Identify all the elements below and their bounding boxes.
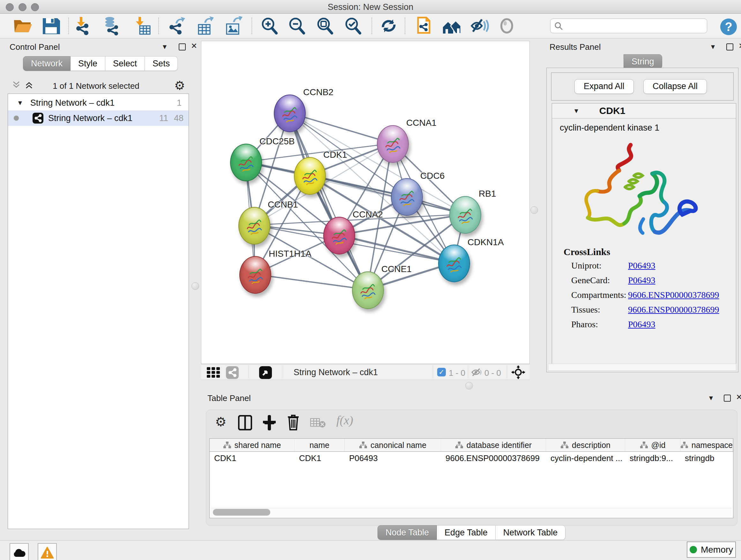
zoom-out-icon[interactable] — [286, 16, 307, 36]
gene-section-header[interactable]: ▼ CDK1 — [552, 104, 736, 118]
tab-node-table[interactable]: Node Table — [378, 525, 437, 540]
column-header-shared-name[interactable]: shared name — [210, 439, 294, 451]
crosslink-value-link[interactable]: P06493 — [628, 260, 656, 271]
horizontal-splitter-handle[interactable] — [465, 382, 473, 389]
network-node-CDC25B[interactable] — [230, 144, 262, 181]
tab-select[interactable]: Select — [105, 56, 145, 71]
table-cell[interactable]: stringdb:9... — [625, 452, 680, 464]
network-view-icon[interactable] — [226, 366, 239, 379]
network-node-CCNB2[interactable] — [274, 95, 306, 132]
string-import-icon[interactable] — [414, 16, 434, 36]
network-node-HIST1H1A[interactable] — [239, 256, 271, 294]
table-horizontal-scrollbar[interactable] — [211, 508, 732, 516]
table-panel-close-icon[interactable]: ✕ — [736, 393, 741, 401]
crosslink-value-link[interactable]: 9606.ENSP00000378699 — [628, 290, 719, 300]
zoom-selected-icon[interactable] — [343, 16, 363, 36]
network-node-CCNE1[interactable] — [352, 271, 384, 309]
refresh-icon[interactable] — [379, 16, 399, 36]
import-table-icon[interactable] — [131, 16, 152, 36]
table-cell[interactable]: stringdb — [680, 452, 733, 464]
control-panel-collapse-icon[interactable]: ▾ — [163, 42, 166, 51]
network-node-CCNA1[interactable] — [377, 125, 409, 163]
network-node-CCNA2[interactable] — [323, 217, 355, 254]
right-splitter-handle[interactable] — [530, 206, 538, 214]
tab-string[interactable]: String — [623, 54, 662, 69]
node-label-CCNB1: CCNB1 — [268, 199, 298, 210]
create-column-icon[interactable] — [262, 415, 276, 430]
left-splitter-handle[interactable] — [192, 282, 199, 290]
network-node-CDKN1A[interactable] — [438, 245, 470, 282]
table-cell[interactable]: P06493 — [345, 452, 441, 464]
results-scrollbar[interactable] — [548, 364, 736, 371]
collapse-all-button[interactable]: Collapse All — [643, 79, 707, 94]
open-session-icon[interactable] — [13, 16, 33, 36]
export-table-icon[interactable] — [195, 16, 216, 36]
results-panel-float-icon[interactable] — [726, 44, 733, 51]
export-image-icon[interactable] — [223, 16, 244, 36]
tab-style[interactable]: Style — [71, 56, 105, 71]
export-network-icon[interactable] — [166, 16, 186, 36]
memory-button[interactable]: Memory — [687, 542, 736, 558]
tab-network[interactable]: Network — [23, 56, 71, 71]
zoom-in-icon[interactable] — [259, 16, 280, 36]
results-panel-close-icon[interactable]: ✕ — [738, 42, 741, 51]
delete-column-icon[interactable] — [286, 415, 300, 430]
network-edges — [201, 41, 530, 364]
results-panel-collapse-icon[interactable]: ▾ — [711, 42, 715, 51]
tab-network-table[interactable]: Network Table — [495, 525, 566, 540]
string-home-icon[interactable] — [442, 16, 462, 36]
import-network-file-icon[interactable] — [72, 16, 92, 36]
column-header-namespace[interactable]: namespace — [680, 439, 733, 451]
table-cell[interactable]: cyclin-dependent ... — [546, 452, 625, 464]
birds-eye-view-icon[interactable] — [259, 366, 272, 379]
fit-content-crosshair-icon[interactable] — [511, 365, 525, 379]
table-panel-float-icon[interactable] — [724, 395, 731, 401]
import-network-database-icon[interactable] — [102, 16, 122, 36]
network-node-CDC6[interactable] — [391, 178, 423, 216]
table-row[interactable]: CDK1CDK1P064939606.ENSP00000378699cyclin… — [210, 452, 733, 464]
network-node-CCNB1[interactable] — [239, 207, 270, 245]
network-node-RB1[interactable] — [449, 196, 481, 234]
cloud-button[interactable] — [10, 543, 29, 560]
warning-button[interactable] — [38, 543, 57, 560]
column-header-database-identifier[interactable]: database identifier — [441, 439, 546, 451]
column-header-description[interactable]: description — [546, 439, 625, 451]
search-input[interactable] — [550, 18, 707, 33]
crosslink-value-link[interactable]: 9606.ENSP00000378699 — [628, 305, 719, 315]
string-lens-icon[interactable] — [497, 16, 518, 36]
table-gear-icon[interactable]: ⚙ — [215, 415, 226, 429]
show-columns-icon[interactable] — [238, 415, 252, 430]
table-scrollbar-thumb[interactable] — [213, 509, 270, 516]
tab-sets[interactable]: Sets — [145, 56, 178, 71]
column-header-@id[interactable]: @id — [625, 439, 680, 451]
crosslink-value-link[interactable]: P06493 — [628, 275, 656, 286]
column-header-name[interactable]: name — [294, 439, 345, 451]
table-cell[interactable]: CDK1 — [210, 452, 294, 464]
section-collapse-icon[interactable]: ▼ — [573, 107, 580, 115]
zoom-fit-icon[interactable] — [315, 16, 335, 36]
expand-all-button[interactable]: Expand All — [575, 79, 634, 94]
network-node-CDK1[interactable] — [294, 157, 326, 195]
gear-icon[interactable]: ⚙ — [174, 78, 185, 92]
column-header-canonical-name[interactable]: canonical name — [345, 439, 441, 451]
network-row[interactable]: String Network – cdk1 11 48 — [8, 111, 189, 126]
selected-checkbox-icon[interactable]: ✓ — [437, 368, 446, 376]
network-canvas[interactable]: CCNB2CCNA1CDC25BCDK1CDC6RB1CCNB1CCNA2CDK… — [201, 41, 530, 364]
tree-expander-icon[interactable]: ▼ — [17, 99, 23, 107]
grid-view-icon[interactable] — [207, 367, 221, 378]
table-cell[interactable]: CDK1 — [294, 452, 345, 464]
control-panel-close-icon[interactable]: ✕ — [191, 42, 197, 51]
crosslink-value-link[interactable]: P06493 — [628, 319, 656, 329]
table-panel-collapse-icon[interactable]: ▾ — [709, 393, 713, 402]
network-collection-row[interactable]: ▼ String Network – cdk1 1 — [8, 95, 189, 111]
protein-ribbon-icon — [245, 216, 264, 236]
control-panel-float-icon[interactable] — [179, 44, 186, 51]
table-cell[interactable]: 9606.ENSP00000378699 — [441, 452, 546, 464]
string-hide-icon[interactable] — [469, 16, 489, 36]
save-session-icon[interactable] — [41, 16, 61, 36]
svg-text:?: ? — [725, 20, 732, 34]
help-icon[interactable]: ? — [720, 18, 740, 37]
node-table-header: shared namenamecanonical namedatabase id… — [210, 439, 733, 452]
status-bar: Memory — [0, 540, 741, 560]
tab-edge-table[interactable]: Edge Table — [437, 525, 495, 540]
